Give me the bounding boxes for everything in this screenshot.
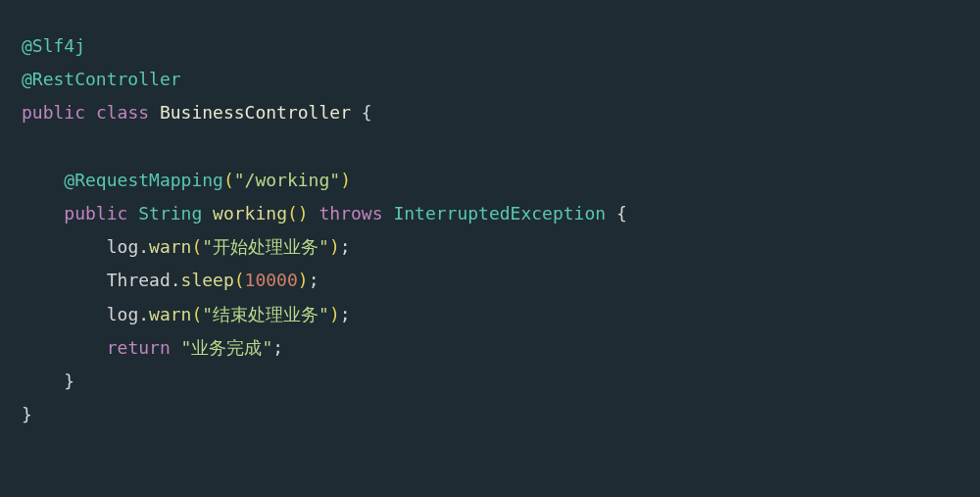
code-line: @RequestMapping("/working"): [22, 170, 351, 190]
string-token: "结束处理业务": [202, 304, 329, 324]
code-line: log.warn("开始处理业务");: [22, 236, 351, 257]
paren-token: ): [329, 304, 340, 324]
paren-token: (: [234, 270, 245, 290]
number-token: 10000: [245, 270, 298, 290]
semicolon-token: ;: [309, 270, 319, 290]
code-line: }: [22, 404, 32, 424]
method-token: working: [213, 203, 287, 224]
annotation-token: @Slf4j: [22, 35, 85, 56]
string-token: "开始处理业务": [202, 236, 329, 257]
annotation-token: @RestController: [22, 69, 181, 89]
method-token: sleep: [181, 270, 234, 290]
keyword-token: public: [22, 102, 85, 123]
method-token: warn: [149, 236, 191, 257]
brace-token: {: [351, 102, 372, 123]
paren-token: ): [340, 170, 351, 190]
code-line: public String working() throws Interrupt…: [22, 203, 627, 224]
brace-token: {: [606, 203, 627, 224]
annotation-token: @RequestMapping: [64, 170, 223, 190]
keyword-token: class: [96, 102, 149, 123]
identifier-token: log: [107, 236, 139, 257]
string-token: "业务完成": [181, 337, 273, 358]
semicolon-token: ;: [340, 304, 351, 324]
space: [171, 337, 181, 358]
method-token: warn: [149, 304, 191, 324]
code-line: }: [22, 371, 74, 391]
identifier-token: Thread: [107, 270, 171, 290]
paren-token: (: [191, 236, 202, 257]
type-token: InterruptedException: [393, 203, 606, 224]
paren-token: ): [298, 270, 309, 290]
brace-token: }: [64, 371, 74, 391]
indent: [22, 270, 107, 290]
code-line: log.warn("结束处理业务");: [22, 304, 351, 324]
string-token: "/working": [234, 170, 340, 190]
code-block: @Slf4j @RestController public class Busi…: [22, 29, 958, 431]
indent: [22, 236, 107, 257]
code-line: Thread.sleep(10000);: [22, 270, 318, 290]
brace-token: }: [22, 404, 32, 424]
keyword-token: throws: [319, 203, 383, 224]
indent: [22, 203, 64, 224]
dot-token: .: [138, 236, 149, 257]
identifier-token: log: [107, 304, 139, 324]
code-line: @Slf4j: [22, 35, 85, 56]
paren-token: (: [223, 170, 234, 190]
indent: [22, 337, 107, 358]
code-line: return "业务完成";: [22, 337, 283, 358]
indent: [22, 371, 64, 391]
classname-token: BusinessController: [160, 102, 351, 123]
semicolon-token: ;: [340, 236, 351, 257]
dot-token: .: [138, 304, 149, 324]
code-line: @RestController: [22, 69, 181, 89]
keyword-token: return: [107, 337, 171, 358]
indent: [22, 170, 64, 190]
code-line: public class BusinessController {: [22, 102, 372, 123]
dot-token: .: [171, 270, 181, 290]
paren-token: (): [287, 203, 309, 224]
type-token: String: [138, 203, 202, 224]
paren-token: ): [329, 236, 340, 257]
paren-token: (: [191, 304, 202, 324]
keyword-token: public: [64, 203, 127, 224]
indent: [22, 304, 107, 324]
semicolon-token: ;: [272, 337, 283, 358]
